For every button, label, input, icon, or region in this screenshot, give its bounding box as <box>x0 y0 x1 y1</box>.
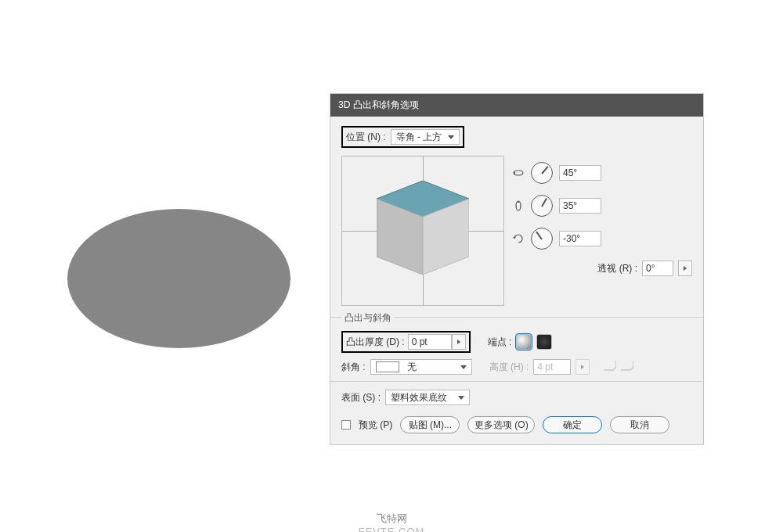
svg-marker-1 <box>377 199 423 275</box>
rotate-z-icon <box>512 232 525 246</box>
position-label: 位置 (N) : <box>346 131 386 144</box>
depth-highlight: 凸出厚度 (D) : 0 pt <box>341 331 471 353</box>
rotate-x-dial[interactable] <box>531 162 553 184</box>
watermark: 飞特网 FEVTE.COM <box>359 512 425 532</box>
height-input: 4 pt <box>533 359 571 375</box>
bevel-in-icon <box>604 361 616 374</box>
rotate-y-input[interactable]: 35° <box>559 198 601 214</box>
position-highlight: 位置 (N) : 等角 - 上方 <box>341 126 464 148</box>
bevel-value: 无 <box>407 361 417 374</box>
surface-value: 塑料效果底纹 <box>391 391 447 404</box>
bevel-out-icon <box>621 361 633 374</box>
bevel-select[interactable]: 无 <box>370 359 472 375</box>
watermark-line1: 飞特网 <box>359 512 425 526</box>
cap-label: 端点 : <box>488 336 512 349</box>
svg-marker-2 <box>423 199 469 275</box>
bevel-swatch-icon <box>376 361 399 372</box>
more-options-button[interactable]: 更多选项 (O) <box>467 416 535 433</box>
canvas-ellipse <box>67 209 290 348</box>
svg-marker-7 <box>513 237 516 239</box>
preview-checkbox[interactable] <box>341 420 351 430</box>
height-label: 高度 (H) : <box>489 361 529 374</box>
cap-off-button[interactable] <box>536 334 552 350</box>
rotate-x-icon <box>512 166 525 180</box>
perspective-stepper[interactable] <box>678 261 692 276</box>
position-value: 等角 - 上方 <box>396 131 442 144</box>
preview-label: 预览 (P) <box>359 419 392 432</box>
surface-select[interactable]: 塑料效果底纹 <box>385 390 470 405</box>
watermark-line2: FEVTE.COM <box>359 526 425 532</box>
map-art-button[interactable]: 贴图 (M)... <box>400 416 460 433</box>
dialog-3d-extrude-bevel: 3D 凸出和斜角选项 位置 (N) : 等角 - 上方 <box>330 93 704 445</box>
orientation-cube[interactable] <box>341 156 504 306</box>
rotate-z-input[interactable]: -30° <box>559 231 601 246</box>
rotate-y-dial[interactable] <box>531 195 553 217</box>
cap-on-button[interactable] <box>516 334 532 350</box>
rotate-y-icon <box>512 199 525 213</box>
extrude-bevel-section: 凸出与斜角 <box>341 311 395 325</box>
ok-button[interactable]: 确定 <box>543 416 602 433</box>
bevel-label: 斜角 : <box>341 361 366 374</box>
height-stepper <box>576 359 590 375</box>
dialog-title: 3D 凸出和斜角选项 <box>330 94 703 117</box>
position-select[interactable]: 等角 - 上方 <box>391 129 460 145</box>
cube-right-face <box>423 199 469 275</box>
cancel-button[interactable]: 取消 <box>610 416 669 433</box>
rotate-x-input[interactable]: 45° <box>559 165 601 181</box>
depth-input[interactable]: 0 pt <box>408 334 452 350</box>
depth-label: 凸出厚度 (D) : <box>346 336 405 349</box>
rotate-z-dial[interactable] <box>531 228 553 250</box>
cube-left-face <box>377 199 423 275</box>
perspective-input[interactable]: 0° <box>642 261 673 276</box>
depth-stepper[interactable] <box>452 334 466 350</box>
perspective-label: 透视 (R) : <box>597 262 637 275</box>
surface-label: 表面 (S) : <box>341 391 381 404</box>
